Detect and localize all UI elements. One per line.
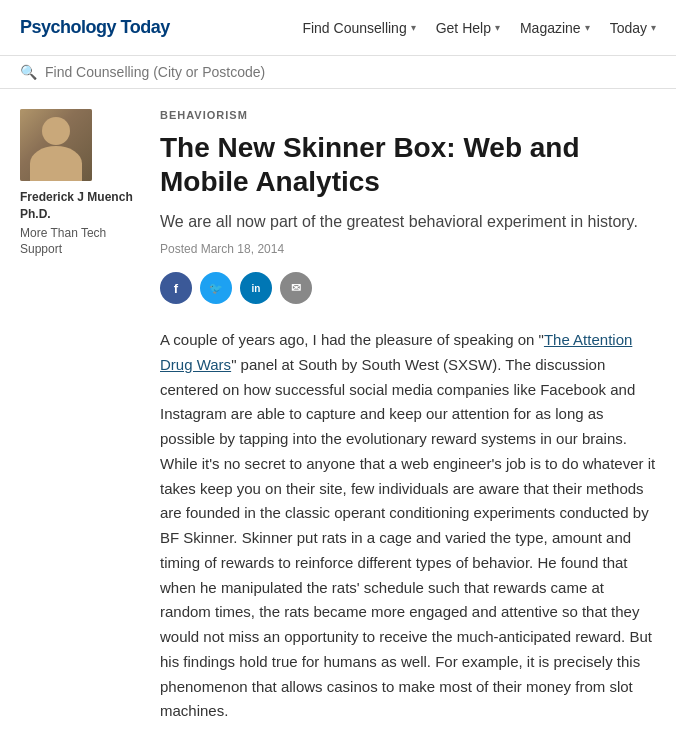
nav-label: Magazine (520, 20, 581, 36)
search-input[interactable] (45, 64, 656, 80)
search-bar: 🔍 (0, 56, 676, 89)
author-subtitle: More Than Tech Support (20, 225, 140, 259)
nav-get-help[interactable]: Get Help ▾ (436, 20, 500, 36)
avatar-image (20, 109, 92, 181)
chevron-down-icon: ▾ (651, 22, 656, 33)
site-header: Psychology Today Find Counselling ▾ Get … (0, 0, 676, 56)
posted-date: Posted March 18, 2014 (160, 242, 656, 256)
share-twitter-button[interactable]: 🐦 (200, 272, 232, 304)
nav-label: Today (610, 20, 647, 36)
chevron-down-icon: ▾ (585, 22, 590, 33)
avatar (20, 109, 92, 181)
author-name: Frederick J Muench Ph.D. (20, 189, 140, 223)
chevron-down-icon: ▾ (411, 22, 416, 33)
nav-find-counselling[interactable]: Find Counselling ▾ (302, 20, 415, 36)
nav-label: Get Help (436, 20, 491, 36)
share-facebook-button[interactable]: f (160, 272, 192, 304)
site-logo[interactable]: Psychology Today (20, 17, 170, 38)
category-tag: BEHAVIORISM (160, 109, 656, 121)
nav-today[interactable]: Today ▾ (610, 20, 656, 36)
email-icon: ✉ (291, 281, 301, 295)
share-linkedin-button[interactable]: in (240, 272, 272, 304)
social-share-bar: f 🐦 in ✉ (160, 272, 656, 304)
author-sidebar: Frederick J Muench Ph.D. More Than Tech … (20, 109, 160, 740)
twitter-icon: 🐦 (209, 282, 223, 295)
main-content: Frederick J Muench Ph.D. More Than Tech … (0, 89, 676, 744)
linkedin-icon: in (252, 283, 261, 294)
article: BEHAVIORISM The New Skinner Box: Web and… (160, 109, 656, 740)
article-title: The New Skinner Box: Web and Mobile Anal… (160, 131, 656, 198)
search-icon: 🔍 (20, 64, 37, 80)
article-subtitle: We are all now part of the greatest beha… (160, 210, 656, 234)
nav-label: Find Counselling (302, 20, 406, 36)
main-nav: Find Counselling ▾ Get Help ▾ Magazine ▾… (302, 20, 656, 36)
nav-magazine[interactable]: Magazine ▾ (520, 20, 590, 36)
share-email-button[interactable]: ✉ (280, 272, 312, 304)
chevron-down-icon: ▾ (495, 22, 500, 33)
facebook-icon: f (174, 281, 178, 296)
logo-text: Psychology Today (20, 17, 170, 37)
article-body: A couple of years ago, I had the pleasur… (160, 328, 656, 724)
article-paragraph-1: A couple of years ago, I had the pleasur… (160, 328, 656, 724)
